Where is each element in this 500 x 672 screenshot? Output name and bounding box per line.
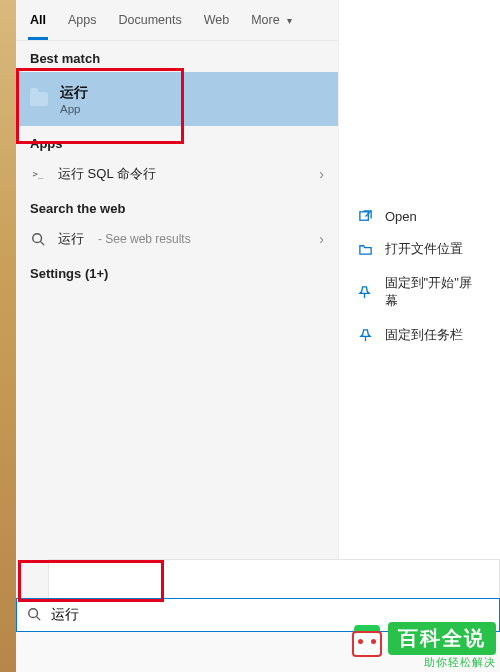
web-result-term: 运行	[58, 230, 84, 248]
svg-point-5	[29, 608, 38, 617]
app-result-label: 运行 SQL 命令行	[58, 165, 156, 183]
section-best-match: Best match	[16, 41, 338, 72]
watermark-title: 百科全说	[388, 622, 496, 655]
search-icon	[27, 607, 41, 624]
details-pane: Open 打开文件位置 固定到"开始"屏幕 固定到任务栏	[338, 0, 500, 600]
desktop-background-strip	[0, 0, 16, 672]
chevron-down-icon: ▾	[287, 15, 292, 26]
section-search-web: Search the web	[16, 191, 338, 222]
best-match-subtitle: App	[60, 103, 88, 115]
section-settings[interactable]: Settings (1+)	[16, 256, 338, 287]
svg-point-0	[33, 234, 42, 243]
watermark-subtitle: 助你轻松解决	[424, 656, 496, 670]
tab-apps[interactable]: Apps	[58, 0, 107, 40]
best-match-result[interactable]: 运行 App	[16, 72, 338, 126]
app-result-sql[interactable]: 运行 SQL 命令行 ›	[16, 157, 338, 191]
best-match-title: 运行	[60, 84, 88, 102]
action-pin-start-label: 固定到"开始"屏幕	[385, 274, 482, 310]
web-result[interactable]: 运行 - See web results ›	[16, 222, 338, 256]
tab-all[interactable]: All	[20, 0, 56, 40]
console-icon	[30, 166, 46, 182]
tab-web[interactable]: Web	[194, 0, 239, 40]
search-flyout: All Apps Documents Web More ▾ Best match…	[16, 0, 500, 600]
watermark-mascot-icon	[350, 629, 384, 663]
search-icon	[30, 231, 46, 247]
best-match-text: 运行 App	[60, 84, 88, 115]
folder-location-icon	[357, 241, 373, 257]
results-pane: All Apps Documents Web More ▾ Best match…	[16, 0, 338, 600]
pin-start-icon	[357, 284, 373, 300]
section-apps: Apps	[16, 126, 338, 157]
open-icon	[357, 208, 373, 224]
tab-more[interactable]: More ▾	[241, 0, 302, 40]
tab-documents[interactable]: Documents	[108, 0, 191, 40]
svg-rect-2	[359, 211, 367, 219]
action-open-label: Open	[385, 209, 417, 224]
action-pin-taskbar-label: 固定到任务栏	[385, 326, 463, 344]
action-pin-start[interactable]: 固定到"开始"屏幕	[339, 266, 500, 318]
chevron-right-icon: ›	[319, 166, 324, 182]
svg-line-6	[37, 616, 41, 620]
action-pin-taskbar[interactable]: 固定到任务栏	[339, 318, 500, 352]
pin-taskbar-icon	[357, 327, 373, 343]
action-open-location[interactable]: 打开文件位置	[339, 232, 500, 266]
chevron-right-icon: ›	[319, 231, 324, 247]
svg-line-1	[41, 242, 45, 246]
action-open[interactable]: Open	[339, 200, 500, 232]
tab-more-label: More	[251, 13, 279, 27]
web-result-suffix: - See web results	[98, 232, 191, 246]
filter-tabs: All Apps Documents Web More ▾	[16, 0, 338, 41]
folder-icon	[30, 92, 48, 106]
action-open-location-label: 打开文件位置	[385, 240, 463, 258]
watermark: 百科全说 助你轻松解决	[350, 622, 496, 670]
